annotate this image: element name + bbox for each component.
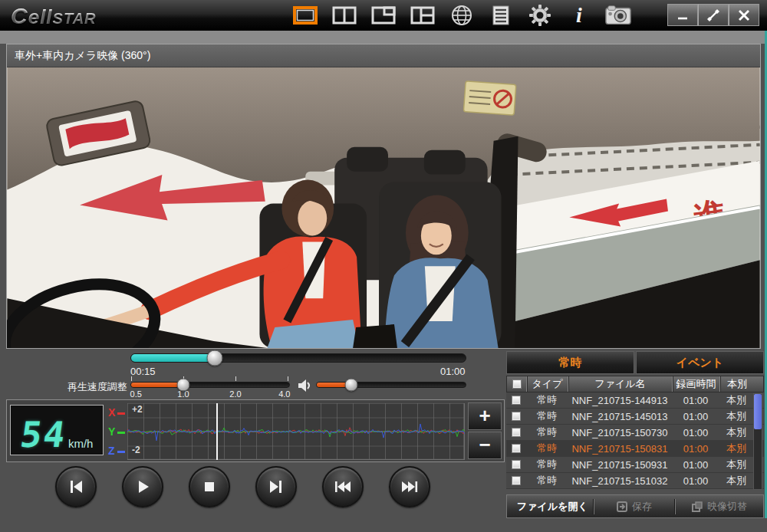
seek-bar[interactable] xyxy=(130,353,466,363)
video-player[interactable]: 進 xyxy=(7,67,760,348)
title-bar: CellSTAR xyxy=(0,0,767,31)
volume-handle[interactable] xyxy=(344,379,357,392)
row-duration: 01:00 xyxy=(672,457,719,472)
save-button[interactable]: 保存 xyxy=(594,495,674,517)
row-duration: 01:00 xyxy=(672,425,719,440)
dual-view-button[interactable] xyxy=(331,4,358,27)
col-filename: ファイル名 xyxy=(568,376,673,392)
graph-zoom-in-button[interactable]: + xyxy=(468,402,502,430)
row-storage: 本別 xyxy=(719,473,753,488)
pip-view-button[interactable] xyxy=(370,4,397,27)
info-icon: i xyxy=(576,5,582,25)
total-time: 01:00 xyxy=(440,366,466,377)
table-row[interactable]: 常時 NNF_210715-145013 01:00 本別 xyxy=(506,409,764,425)
elapsed-time: 00:15 xyxy=(130,366,156,377)
row-checkbox[interactable] xyxy=(512,428,521,437)
volume-icon xyxy=(298,379,313,396)
close-icon xyxy=(737,8,751,22)
prev-file-button[interactable] xyxy=(322,466,364,507)
g-min-label: -2 xyxy=(132,445,140,455)
volume-slider[interactable] xyxy=(316,382,466,388)
settings-button[interactable] xyxy=(526,4,554,27)
row-storage: 本別 xyxy=(719,425,753,440)
speed-fill xyxy=(131,383,183,387)
select-all-checkbox[interactable] xyxy=(512,379,522,389)
speed-tick-label: 4.0 xyxy=(278,389,290,399)
speed-handle[interactable] xyxy=(176,379,189,392)
speed-slider[interactable]: 0.5 1.0 2.0 4.0 xyxy=(130,382,290,388)
video-section: 車外+車内カメラ映像 (360°) xyxy=(6,44,761,349)
capture-button[interactable] xyxy=(604,4,632,27)
seek-handle[interactable] xyxy=(207,350,223,366)
col-storage: 本別 xyxy=(720,376,754,392)
row-checkbox[interactable] xyxy=(512,412,521,421)
row-checkbox[interactable] xyxy=(512,444,521,453)
save-icon xyxy=(616,501,628,513)
single-view-button[interactable] xyxy=(291,4,319,27)
row-type: 常時 xyxy=(526,441,568,456)
row-duration: 01:00 xyxy=(672,441,719,456)
open-file-button[interactable]: ファイルを開く xyxy=(507,495,593,517)
col-type: タイプ xyxy=(527,376,568,392)
logo-text: C xyxy=(11,3,28,28)
row-duration: 01:00 xyxy=(672,473,719,488)
row-type: 常時 xyxy=(526,473,568,488)
next-file-button[interactable] xyxy=(389,466,430,507)
row-type: 常時 xyxy=(526,409,568,424)
tab-event[interactable]: イベント xyxy=(636,351,764,374)
speed-tick xyxy=(131,376,132,381)
prev-frame-button[interactable] xyxy=(55,466,97,507)
gsensor-panel: 54 km/h X Y Z +2 -2 + − xyxy=(6,399,505,462)
speed-tick-label: 0.5 xyxy=(130,389,142,399)
speed-tick xyxy=(288,376,288,381)
scrollbar-thumb[interactable] xyxy=(754,394,762,429)
tab-always[interactable]: 常時 xyxy=(506,351,634,374)
speed-tick-label: 2.0 xyxy=(229,389,241,399)
axis-x-label: X xyxy=(108,406,125,419)
row-checkbox[interactable] xyxy=(512,460,521,469)
graph-zoom-out-button[interactable]: − xyxy=(468,432,502,459)
table-scrollbar[interactable] xyxy=(753,393,762,490)
list-icon xyxy=(491,5,511,26)
file-panel: 常時 イベント タイプ ファイル名 録画時間 本別 常時 NNF_210715-… xyxy=(506,351,764,518)
row-filename: NNF_210715-144913 xyxy=(568,392,672,408)
axis-z-dash xyxy=(117,451,125,453)
switch-video-icon xyxy=(691,501,703,513)
next-frame-button[interactable] xyxy=(255,466,297,507)
table-row[interactable]: 常時 NNF_210715-150931 01:00 本別 xyxy=(506,457,764,473)
video-title: 車外+車内カメラ映像 (360°) xyxy=(7,44,760,67)
row-type: 常時 xyxy=(526,392,568,408)
stop-button[interactable] xyxy=(189,466,230,507)
info-button[interactable]: i xyxy=(565,4,593,27)
maximize-button[interactable] xyxy=(698,4,729,26)
row-filename: NNF_210715-150730 xyxy=(568,425,672,440)
seek-fill xyxy=(131,354,215,362)
cellstar-logo: CellSTAR xyxy=(11,3,97,29)
play-button[interactable] xyxy=(122,466,163,507)
table-row[interactable]: 常時 NNF_210715-144913 01:00 本別 xyxy=(506,392,764,409)
table-row[interactable]: 常時 NNF_210715-150730 01:00 本別 xyxy=(506,425,764,441)
row-filename: NNF_210715-150931 xyxy=(568,457,672,472)
table-header: タイプ ファイル名 録画時間 本別 xyxy=(506,376,764,392)
pip-view-icon xyxy=(370,5,397,25)
map-button[interactable] xyxy=(448,4,476,27)
row-storage: 本別 xyxy=(719,392,753,408)
file-table: タイプ ファイル名 録画時間 本別 常時 NNF_210715-144913 0… xyxy=(506,376,764,489)
table-row[interactable]: 常時 NNF_210715-150831 01:00 本別 xyxy=(506,441,764,457)
video-frame: 進 xyxy=(7,67,760,348)
multi-view-button[interactable] xyxy=(409,4,436,27)
axis-y-dash xyxy=(117,432,125,434)
row-filename: NNF_210715-145013 xyxy=(568,409,672,424)
next-file-icon xyxy=(400,478,420,496)
minimize-button[interactable] xyxy=(667,4,698,26)
switch-video-button[interactable]: 映像切替 xyxy=(675,495,763,517)
row-checkbox[interactable] xyxy=(512,476,521,485)
close-button[interactable] xyxy=(729,4,759,26)
view-toolbar: i xyxy=(291,2,632,28)
speed-unit: km/h xyxy=(68,437,94,450)
table-row[interactable]: 常時 NNF_210715-151032 01:00 本別 xyxy=(506,473,764,489)
file-list-button[interactable] xyxy=(487,4,515,27)
speed-adjust-label: 再生速度調整 xyxy=(67,380,127,394)
row-checkbox[interactable] xyxy=(512,396,521,405)
row-filename: NNF_210715-151032 xyxy=(568,473,672,488)
